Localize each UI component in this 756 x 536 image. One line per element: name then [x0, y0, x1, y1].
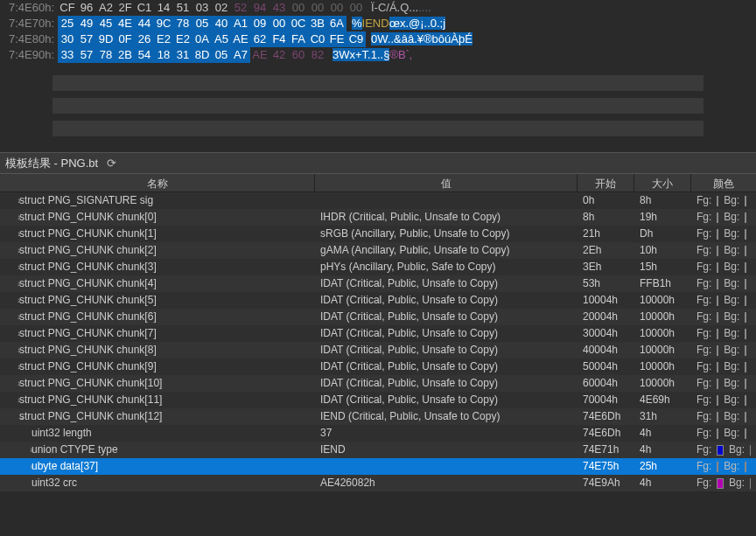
fg-swatch[interactable] [717, 345, 718, 356]
table-row[interactable]: ›struct PNG_CHUNK chunk[9]IDAT (Critical… [0, 358, 756, 375]
hex-byte[interactable]: 05 [212, 47, 231, 63]
fg-swatch[interactable] [717, 279, 718, 289]
fg-swatch[interactable] [717, 428, 718, 439]
table-row[interactable]: ›struct PNG_SIGNATURE sig0h8hFg:Bg: [0, 192, 756, 209]
grid-header[interactable]: 名称 值 开始 大小 颜色 [0, 173, 756, 192]
bg-swatch[interactable] [745, 462, 746, 472]
header-name[interactable]: 名称 [0, 174, 315, 191]
header-color[interactable]: 颜色 [691, 174, 756, 191]
table-row[interactable]: ›struct PNG_CHUNK chunk[3]pHYs (Ancillar… [0, 259, 756, 275]
chevron-icon[interactable]: › [5, 259, 18, 275]
hex-byte[interactable]: FA [289, 31, 308, 47]
bg-swatch[interactable] [745, 379, 746, 389]
bg-swatch[interactable] [745, 196, 746, 206]
hex-byte[interactable]: 00 [327, 0, 346, 16]
chevron-icon[interactable]: › [5, 442, 30, 458]
hex-byte[interactable]: 43 [270, 0, 289, 16]
hex-byte[interactable]: 57 [77, 47, 96, 63]
hex-byte[interactable]: A2 [96, 0, 116, 16]
hex-byte[interactable]: F4 [270, 31, 289, 47]
chevron-icon[interactable]: › [5, 275, 18, 292]
fg-swatch[interactable] [717, 362, 718, 372]
hex-editor[interactable]: 7:4E60h:CF96A22FC11451030252944300000000… [0, 0, 756, 63]
fg-swatch[interactable] [717, 229, 718, 240]
hex-byte[interactable]: 49 [77, 16, 96, 31]
hex-byte[interactable]: 52 [231, 0, 250, 16]
fg-swatch[interactable] [717, 296, 718, 306]
bg-swatch[interactable] [745, 279, 746, 289]
hex-byte[interactable]: 42 [270, 47, 289, 63]
table-row[interactable]: ›struct PNG_CHUNK chunk[10]IDAT (Critica… [0, 375, 756, 392]
bg-swatch[interactable] [745, 312, 746, 323]
hex-byte[interactable]: 33 [58, 47, 77, 63]
chevron-icon[interactable]: › [5, 375, 18, 392]
chevron-icon[interactable]: › [5, 226, 18, 242]
hex-byte[interactable]: 44 [135, 16, 154, 31]
fg-swatch[interactable] [717, 329, 718, 339]
hex-byte[interactable]: CF [58, 0, 77, 16]
row-color[interactable]: Fg:Bg: [691, 292, 756, 309]
chevron-icon[interactable]: › [5, 358, 18, 375]
row-color[interactable]: Fg:Bg: [691, 242, 756, 259]
hex-byte[interactable]: 00 [308, 0, 327, 16]
row-color[interactable]: Fg:Bg: [691, 408, 756, 425]
bg-swatch[interactable] [745, 395, 746, 406]
hex-byte[interactable]: AE [231, 31, 250, 47]
chevron-icon[interactable]: › [5, 309, 18, 325]
hex-byte[interactable]: 3B [308, 16, 327, 31]
hex-byte[interactable]: FE [327, 31, 346, 47]
bg-swatch[interactable] [745, 212, 746, 223]
chevron-icon[interactable]: › [5, 192, 18, 209]
hex-byte[interactable]: 31 [173, 47, 192, 63]
hex-byte[interactable]: A7 [231, 47, 250, 63]
hex-byte[interactable]: 00 [346, 0, 366, 16]
row-color[interactable]: Fg:Bg: [691, 209, 756, 226]
hex-byte[interactable]: C1 [135, 0, 154, 16]
table-row[interactable]: ›struct PNG_CHUNK chunk[7]IDAT (Critical… [0, 325, 756, 342]
table-row[interactable]: ›struct PNG_CHUNK chunk[8]IDAT (Critical… [0, 342, 756, 358]
row-color[interactable]: Fg:Bg: [691, 342, 756, 358]
chevron-icon[interactable]: › [5, 458, 30, 475]
fg-swatch[interactable] [717, 395, 718, 406]
bg-swatch[interactable] [750, 445, 751, 456]
hex-byte[interactable]: 25 [58, 16, 77, 31]
hex-byte[interactable]: 0C [289, 16, 308, 31]
fg-swatch[interactable] [717, 196, 718, 206]
hex-byte[interactable]: C9 [346, 31, 366, 47]
row-color[interactable]: Fg:Bg: [691, 425, 756, 442]
fg-swatch[interactable] [717, 312, 718, 323]
table-row[interactable]: ›struct PNG_CHUNK chunk[0]IHDR (Critical… [0, 209, 756, 226]
row-color[interactable]: Fg:Bg: [691, 325, 756, 342]
table-row[interactable]: uint32 crcAE426082h74E9Ah4hFg:Bg: [0, 475, 756, 491]
bg-swatch[interactable] [750, 478, 751, 489]
hex-byte[interactable]: 78 [173, 16, 192, 31]
hex-byte[interactable]: 78 [96, 47, 116, 63]
hex-byte[interactable]: A5 [212, 31, 231, 47]
hex-bytes[interactable]: 2549454E449C780540A109000C3B6A [58, 16, 346, 31]
row-color[interactable]: Fg:Bg: [691, 475, 756, 491]
table-row[interactable]: ›struct PNG_CHUNK chunk[2]gAMA (Ancillar… [0, 242, 756, 259]
hex-byte[interactable]: 62 [250, 31, 270, 47]
hex-byte[interactable]: 14 [154, 0, 173, 16]
hex-byte[interactable]: 2F [116, 0, 135, 16]
hex-byte[interactable]: 8D [192, 47, 212, 63]
row-color[interactable]: Fg:Bg: [691, 458, 756, 475]
chevron-icon[interactable]: › [5, 342, 18, 358]
hex-ascii[interactable]: 0W..&ââ.¥®bôúÀþÉ [371, 31, 472, 47]
hex-byte[interactable]: AE [250, 47, 270, 63]
header-value[interactable]: 值 [315, 174, 578, 191]
hex-ascii[interactable]: 3Wx+T.1..§®B`‚ [332, 47, 412, 63]
hex-byte[interactable]: 96 [77, 0, 96, 16]
fg-swatch[interactable] [717, 379, 718, 389]
hex-ascii[interactable]: %IENDœx.@¡..0.;j [352, 16, 445, 31]
chevron-icon[interactable]: › [5, 209, 18, 226]
hex-byte[interactable]: 0A [192, 31, 212, 47]
table-row[interactable]: ›struct PNG_CHUNK chunk[1]sRGB (Ancillar… [0, 226, 756, 242]
bg-swatch[interactable] [745, 329, 746, 339]
row-color[interactable]: Fg:Bg: [691, 275, 756, 292]
bg-swatch[interactable] [745, 362, 746, 372]
hex-byte[interactable]: 09 [250, 16, 270, 31]
row-color[interactable]: Fg:Bg: [691, 259, 756, 275]
chevron-icon[interactable]: › [5, 242, 18, 259]
chevron-icon[interactable]: › [5, 325, 18, 342]
